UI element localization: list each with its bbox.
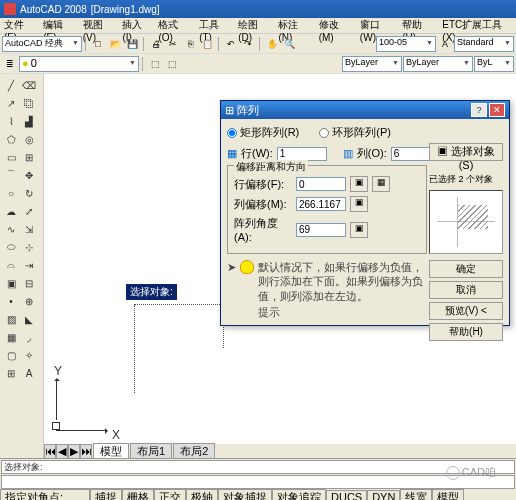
tab-prev-icon[interactable]: ◀ (56, 444, 68, 459)
menu-file[interactable]: 文件(F) (4, 18, 35, 33)
rect-array-radio[interactable]: 矩形阵列(R) (227, 125, 299, 140)
copy-icon[interactable]: ⎘ (182, 36, 198, 52)
move-icon[interactable]: ✥ (20, 166, 38, 184)
mtext-icon[interactable]: A (20, 364, 38, 382)
dialog-titlebar[interactable]: ⊞ 阵列 ? ✕ (221, 101, 509, 119)
help-icon[interactable]: ? (471, 103, 487, 117)
layer-iso-icon[interactable]: ⬚ (164, 56, 180, 72)
break-icon[interactable]: ⊟ (20, 274, 38, 292)
model-toggle[interactable]: 模型 (432, 489, 464, 501)
point-icon[interactable]: • (2, 292, 20, 310)
mirror-icon[interactable]: ▟ (20, 112, 38, 130)
textstyle-dropdown[interactable]: Standard (454, 36, 514, 52)
polar-array-radio[interactable]: 环形阵列(P) (319, 125, 391, 140)
tab-last-icon[interactable]: ⏭ (80, 444, 92, 459)
open-icon[interactable]: 📂 (107, 36, 123, 52)
explode-icon[interactable]: ✧ (20, 346, 38, 364)
stretch-icon[interactable]: ⇲ (20, 220, 38, 238)
polygon-icon[interactable]: ⬠ (2, 130, 20, 148)
dyn-toggle[interactable]: DYN (367, 490, 400, 500)
zoom-icon[interactable]: 🔍 (281, 36, 297, 52)
preview-button[interactable]: 预览(V) < (429, 302, 503, 320)
tab-layout2[interactable]: 布局2 (173, 443, 215, 459)
layer-state-icon[interactable]: ⬚ (147, 56, 163, 72)
line-icon[interactable]: ╱ (2, 76, 20, 94)
pick-angle-icon[interactable]: ▣ (350, 222, 368, 238)
layer-props-icon[interactable]: ≣ (2, 56, 18, 72)
trim-icon[interactable]: ⊹ (20, 238, 38, 256)
menu-etc[interactable]: ETC扩展工具(X) (442, 18, 512, 33)
menu-edit[interactable]: 编辑(E) (43, 18, 75, 33)
menu-tools[interactable]: 工具(T) (199, 18, 230, 33)
print-icon[interactable]: 🖨 (148, 36, 164, 52)
ducs-toggle[interactable]: DUCS (326, 490, 367, 500)
linetype-dropdown[interactable]: ByLayer (403, 56, 473, 72)
ellipse-icon[interactable]: ⬭ (2, 238, 20, 256)
command-prompt[interactable]: 选择对象: (1, 460, 515, 474)
menu-view[interactable]: 视图(V) (83, 18, 115, 33)
tab-next-icon[interactable]: ▶ (68, 444, 80, 459)
extend-icon[interactable]: ⇥ (20, 256, 38, 274)
workspace-dropdown[interactable]: AutoCAD 经典 (2, 36, 82, 52)
redo-icon[interactable]: ↷ (240, 36, 256, 52)
row-offset-input[interactable] (296, 177, 346, 191)
gradient-icon[interactable]: ▦ (2, 328, 20, 346)
menu-window[interactable]: 窗口(W) (360, 18, 394, 33)
tab-first-icon[interactable]: ⏮ (44, 444, 56, 459)
lineweight-dropdown[interactable]: ByL (474, 56, 514, 72)
pick-row-offset-icon[interactable]: ▣ (350, 176, 368, 192)
grid-toggle[interactable]: 栅格 (122, 489, 154, 501)
close-icon[interactable]: ✕ (489, 103, 505, 117)
xline-icon[interactable]: ↗ (2, 94, 20, 112)
annotation-icon[interactable]: A (437, 36, 453, 52)
scale-icon[interactable]: ⤢ (20, 202, 38, 220)
paste-icon[interactable]: 📋 (199, 36, 215, 52)
copy2-icon[interactable]: ⿻ (20, 94, 38, 112)
help-button[interactable]: 帮助(H) (429, 323, 503, 341)
pick-col-offset-icon[interactable]: ▣ (350, 196, 368, 212)
command-input[interactable] (1, 475, 515, 489)
arc-icon[interactable]: ⌒ (2, 166, 20, 184)
join-icon[interactable]: ⊕ (20, 292, 38, 310)
menu-insert[interactable]: 插入(I) (122, 18, 150, 33)
ok-button[interactable]: 确定 (429, 260, 503, 278)
select-objects-button[interactable]: ▣ 选择对象(S) (429, 143, 503, 161)
menu-draw[interactable]: 绘图(D) (238, 18, 270, 33)
lwt-toggle[interactable]: 线宽 (400, 489, 432, 501)
scale-dropdown[interactable]: 100-05 (376, 36, 436, 52)
ortho-toggle[interactable]: 正交 (154, 489, 186, 501)
cut-icon[interactable]: ✂ (165, 36, 181, 52)
pline-icon[interactable]: ⌇ (2, 112, 20, 130)
block-icon[interactable]: ▣ (2, 274, 20, 292)
offset-icon[interactable]: ◎ (20, 130, 38, 148)
osnap-toggle[interactable]: 对象捕捉 (218, 489, 272, 501)
rotate-icon[interactable]: ↻ (20, 184, 38, 202)
pan-icon[interactable]: ✋ (264, 36, 280, 52)
snap-toggle[interactable]: 捕捉 (90, 489, 122, 501)
array-icon[interactable]: ⊞ (20, 148, 38, 166)
undo-icon[interactable]: ↶ (223, 36, 239, 52)
layer-dropdown[interactable]: ●0 (19, 56, 139, 72)
spline-icon[interactable]: ∿ (2, 220, 20, 238)
ellipsearc-icon[interactable]: ⌓ (2, 256, 20, 274)
tab-layout1[interactable]: 布局1 (130, 443, 172, 459)
table-icon[interactable]: ⊞ (2, 364, 20, 382)
rectangle-icon[interactable]: ▭ (2, 148, 20, 166)
tab-model[interactable]: 模型 (93, 443, 129, 459)
otrack-toggle[interactable]: 对象追踪 (272, 489, 326, 501)
menu-format[interactable]: 格式(O) (158, 18, 191, 33)
new-icon[interactable]: □ (90, 36, 106, 52)
pick-both-offset-icon[interactable]: ▦ (372, 176, 390, 192)
menu-dim[interactable]: 标注(N) (278, 18, 310, 33)
region-icon[interactable]: ▢ (2, 346, 20, 364)
revcloud-icon[interactable]: ☁ (2, 202, 20, 220)
polar-toggle[interactable]: 极轴 (186, 489, 218, 501)
save-icon[interactable]: 💾 (124, 36, 140, 52)
col-offset-input[interactable] (296, 197, 346, 211)
erase-icon[interactable]: ⌫ (20, 76, 38, 94)
menu-help[interactable]: 帮助(H) (402, 18, 434, 33)
cancel-button[interactable]: 取消 (429, 281, 503, 299)
fillet-icon[interactable]: ◞ (20, 328, 38, 346)
chamfer-icon[interactable]: ◣ (20, 310, 38, 328)
angle-input[interactable] (296, 223, 346, 237)
